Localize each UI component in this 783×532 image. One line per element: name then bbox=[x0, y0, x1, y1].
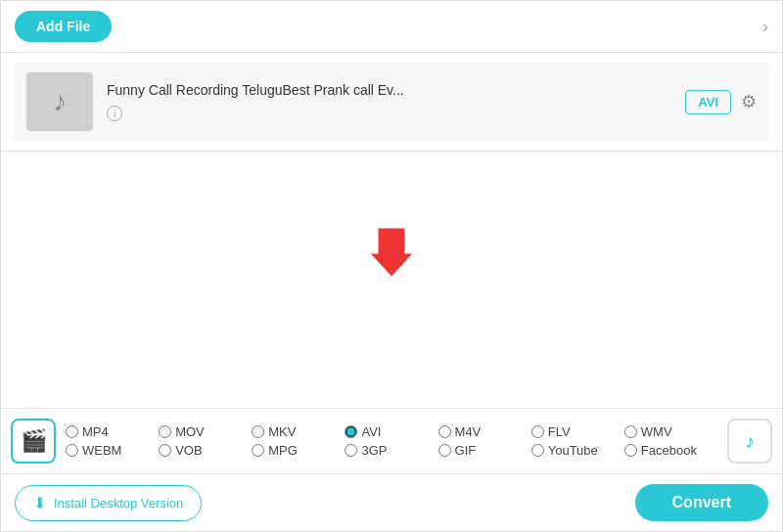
add-file-button[interactable]: Add File bbox=[15, 11, 112, 42]
radio-avi[interactable] bbox=[345, 425, 357, 438]
close-icon[interactable]: › bbox=[762, 17, 768, 37]
format-bar: 🎬 MP4 MOV MKV AVI M4V FLV W bbox=[1, 409, 782, 474]
music-icon: ♪ bbox=[53, 86, 67, 117]
install-label: Install Desktop Version bbox=[54, 496, 183, 510]
format-option-mpg[interactable]: MPG bbox=[252, 443, 345, 458]
convert-button[interactable]: Convert bbox=[635, 484, 768, 521]
format-option-mov[interactable]: MOV bbox=[159, 424, 252, 439]
radio-gif[interactable] bbox=[438, 444, 451, 457]
radio-flv[interactable] bbox=[531, 425, 544, 438]
settings-icon[interactable]: ⚙ bbox=[741, 91, 757, 112]
main-content bbox=[1, 152, 782, 357]
file-thumbnail: ♪ bbox=[26, 72, 93, 131]
format-option-m4v[interactable]: M4V bbox=[438, 424, 531, 439]
radio-vob[interactable] bbox=[159, 444, 171, 457]
film-icon: 🎬 bbox=[21, 428, 47, 454]
file-item: ♪ Funny Call Recording TeluguBest Prank … bbox=[15, 63, 768, 141]
format-options: MP4 MOV MKV AVI M4V FLV WMV WEBM bbox=[66, 424, 717, 458]
top-bar: Add File › bbox=[1, 1, 782, 53]
radio-wmv[interactable] bbox=[624, 425, 637, 438]
info-icon[interactable]: i bbox=[107, 106, 122, 121]
format-option-wmv[interactable]: WMV bbox=[624, 424, 717, 439]
radio-mpg[interactable] bbox=[252, 444, 264, 457]
radio-m4v[interactable] bbox=[438, 425, 451, 438]
format-option-3gp[interactable]: 3GP bbox=[345, 443, 438, 458]
install-desktop-button[interactable]: ⬇ Install Desktop Version bbox=[15, 485, 202, 521]
radio-facebook[interactable] bbox=[624, 444, 637, 457]
audio-note-icon: ♪ bbox=[745, 430, 755, 453]
format-badge[interactable]: AVI bbox=[685, 90, 731, 114]
radio-youtube[interactable] bbox=[531, 444, 544, 457]
format-option-avi[interactable]: AVI bbox=[345, 424, 438, 439]
file-actions: AVI ⚙ bbox=[685, 90, 757, 114]
audio-format-icon[interactable]: ♪ bbox=[727, 419, 772, 464]
svg-marker-0 bbox=[370, 228, 413, 277]
format-option-gif[interactable]: GIF bbox=[438, 443, 531, 458]
radio-3gp[interactable] bbox=[345, 444, 357, 457]
bottom-section: 🎬 MP4 MOV MKV AVI M4V FLV W bbox=[1, 408, 782, 531]
radio-webm[interactable] bbox=[66, 444, 78, 457]
file-list: ♪ Funny Call Recording TeluguBest Prank … bbox=[1, 53, 782, 152]
format-option-mkv[interactable]: MKV bbox=[252, 424, 345, 439]
download-icon: ⬇ bbox=[33, 494, 46, 512]
file-info: Funny Call Recording TeluguBest Prank ca… bbox=[93, 82, 685, 122]
format-option-flv[interactable]: FLV bbox=[531, 424, 624, 439]
radio-mkv[interactable] bbox=[252, 425, 264, 438]
down-arrow-icon bbox=[370, 228, 413, 277]
arrow-down-container bbox=[370, 228, 413, 281]
format-option-mp4[interactable]: MP4 bbox=[66, 424, 159, 439]
format-option-webm[interactable]: WEBM bbox=[66, 443, 159, 458]
video-format-icon[interactable]: 🎬 bbox=[11, 419, 56, 464]
format-option-youtube[interactable]: YouTube bbox=[531, 443, 624, 458]
format-option-vob[interactable]: VOB bbox=[159, 443, 252, 458]
radio-mov[interactable] bbox=[159, 425, 171, 438]
file-name: Funny Call Recording TeluguBest Prank ca… bbox=[107, 82, 671, 98]
format-option-facebook[interactable]: Facebook bbox=[624, 443, 717, 458]
footer-bar: ⬇ Install Desktop Version Convert bbox=[1, 474, 782, 531]
radio-mp4[interactable] bbox=[66, 425, 78, 438]
